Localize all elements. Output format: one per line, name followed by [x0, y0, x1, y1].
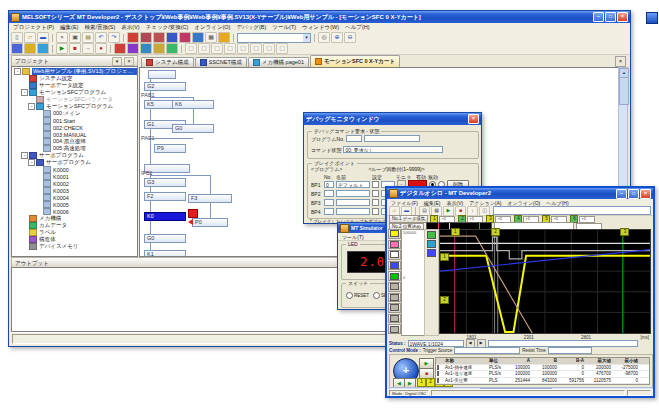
toolbar-combobox[interactable]: ▾ — [237, 33, 311, 43]
grid7-icon[interactable]: ▢ — [263, 43, 275, 54]
label-edit-icon[interactable] — [192, 32, 204, 43]
tree-item[interactable]: K0002 — [12, 180, 137, 187]
find-icon[interactable]: ◎ — [318, 32, 330, 43]
write-icon[interactable] — [24, 43, 36, 54]
ruler-chip-green[interactable] — [427, 231, 436, 239]
sfc-step-selected[interactable]: K0 — [144, 212, 186, 221]
simulator-icon[interactable] — [140, 43, 152, 54]
tree-item[interactable]: 005:高速処理 — [12, 145, 137, 152]
channel-button-9[interactable] — [388, 314, 401, 324]
sfc-step[interactable]: K1 — [144, 250, 186, 257]
tree-item[interactable]: K0006 — [12, 208, 137, 215]
breakpoint-no-field[interactable] — [324, 199, 334, 206]
oscilloscope-icon[interactable] — [153, 43, 165, 54]
breakpoint-name-field[interactable] — [336, 199, 370, 206]
tree-item[interactable]: -Web用サンプル (事例.SV13):プロジェクト — [12, 68, 137, 75]
tab-active[interactable]: モーションSFC 0 X-Yカート — [310, 55, 400, 67]
scroll-thumb[interactable] — [619, 77, 629, 105]
servo-program-icon[interactable] — [166, 32, 178, 43]
save-icon[interactable]: ▬ — [37, 32, 49, 43]
osc-maximize-button[interactable]: □ — [628, 189, 639, 199]
stop-icon[interactable]: ■ — [69, 43, 81, 54]
tree-item[interactable]: K0005 — [12, 201, 137, 208]
minimize-button[interactable]: – — [593, 12, 604, 22]
breakpoint-checkbox[interactable] — [372, 190, 379, 197]
tree-item[interactable]: ラベル — [12, 229, 137, 236]
simulator-menu-tools[interactable]: ツール(T) — [342, 234, 364, 240]
main-titlebar[interactable]: MELSOFTシリーズ MT Developer2 - デスクトップ¥Web事例… — [9, 11, 630, 23]
tree-item[interactable]: モーションSFCパラメータ — [12, 96, 137, 103]
paste-icon[interactable]: ▤ — [82, 32, 94, 43]
oscilloscope-titlebar[interactable]: デジタルオシロ - MT Developer2 – □ × — [387, 188, 653, 199]
tree-item[interactable]: K0000 — [12, 166, 137, 173]
pin-icon[interactable]: ▾ — [112, 57, 122, 66]
cursor-marker-top[interactable]: 3 — [620, 228, 629, 236]
new-icon[interactable]: ▯ — [11, 32, 23, 43]
resist-time-field[interactable] — [548, 347, 592, 354]
osc-menu-item[interactable]: 編集(E) — [424, 200, 441, 206]
breakpoint-checkbox[interactable] — [372, 181, 379, 188]
dialog-close-button[interactable]: × — [468, 114, 479, 124]
breakpoint-no-field[interactable]: 0 — [324, 181, 334, 188]
tree-item[interactable]: -サーボプログラム — [12, 152, 137, 159]
tab-item[interactable]: メカ機構 page01 — [248, 57, 309, 67]
sfc-step[interactable]: G2 — [144, 82, 186, 91]
osc-address-field[interactable] — [493, 206, 651, 215]
channel-button-1[interactable] — [388, 229, 401, 239]
channel-button-2[interactable] — [388, 240, 401, 250]
tree-item[interactable]: カムデータ — [12, 222, 137, 229]
channel-button-4[interactable] — [388, 261, 401, 271]
cursor-number-chip[interactable]: 1 — [417, 378, 426, 387]
sfc-edit-icon[interactable] — [153, 32, 165, 43]
cam-edit-icon[interactable] — [179, 32, 191, 43]
switch-radio-set[interactable] — [373, 292, 380, 299]
breakpoint-icon[interactable]: ● — [95, 43, 107, 54]
trace-plot[interactable]: 12 — [439, 229, 651, 334]
tab-item[interactable]: システム構成 — [141, 57, 194, 67]
breakpoint-checkbox[interactable] — [372, 208, 379, 215]
sfc-step[interactable]: F2 — [144, 192, 186, 201]
osc-close-button[interactable]: × — [640, 189, 651, 199]
breakpoint-no-field[interactable] — [324, 190, 334, 197]
zoom-out-icon[interactable]: ⊖ — [344, 32, 356, 43]
tab-close-button[interactable]: × — [615, 56, 626, 67]
step-run-icon[interactable]: → — [82, 43, 94, 54]
tree-item[interactable]: 構造体 — [12, 236, 137, 243]
cursor-marker-top[interactable]: 2 — [491, 228, 500, 236]
tree-item[interactable]: K0001 — [12, 173, 137, 180]
cursor-marker-left[interactable]: 1 — [440, 253, 449, 261]
ruler-chip-cyan[interactable] — [427, 240, 436, 248]
osc-menu-item[interactable]: ヘルプ(H) — [546, 200, 568, 206]
panel-close-icon[interactable]: × — [124, 57, 134, 66]
channel-button-8[interactable] — [388, 303, 401, 313]
grid2-icon[interactable]: ▢ — [198, 43, 210, 54]
debug-icon[interactable] — [127, 43, 139, 54]
tree-item[interactable]: デバイスメモリ — [12, 243, 137, 250]
undo-icon[interactable]: ↶ — [95, 32, 107, 43]
tree-item[interactable]: 004:原点復帰 — [12, 138, 137, 145]
chevron-down-icon[interactable]: ▾ — [303, 34, 310, 42]
breakpoint-name-field[interactable]: デフォルト — [336, 181, 370, 188]
check-icon[interactable]: ▦ — [205, 32, 217, 43]
grid4-icon[interactable]: ▢ — [224, 43, 236, 54]
channel-button-10[interactable] — [388, 324, 401, 334]
main-menu-item[interactable]: 検索/置換(S) — [84, 24, 115, 31]
main-menu-item[interactable]: 表示(V) — [121, 24, 139, 31]
table-row[interactable]: Ax1-位置偏差PLS12130 — [436, 384, 649, 385]
tree-item[interactable]: -モーションSFCプログラム — [12, 103, 137, 110]
sfc-step[interactable]: P0 — [192, 218, 228, 227]
main-menu-item[interactable]: デバッグ(B) — [236, 24, 266, 31]
zoom-in-icon[interactable]: ⊕ — [331, 32, 343, 43]
probe-scale-field[interactable]: ×1 — [579, 216, 595, 223]
copy-icon[interactable]: ▣ — [69, 32, 81, 43]
grid8-icon[interactable]: ▢ — [276, 43, 288, 54]
ruler-chip-blue[interactable] — [427, 249, 436, 257]
start-icon[interactable]: ▶ — [56, 43, 68, 54]
tree-expand-icon[interactable]: - — [21, 89, 28, 96]
channel-button-6[interactable] — [388, 282, 401, 292]
tree-item[interactable]: -サーボプログラム — [12, 159, 137, 166]
sfc-step[interactable] — [148, 70, 176, 79]
grid1-icon[interactable]: ▢ — [185, 43, 197, 54]
grid6-icon[interactable]: ▢ — [250, 43, 262, 54]
close-button[interactable]: × — [617, 12, 628, 22]
